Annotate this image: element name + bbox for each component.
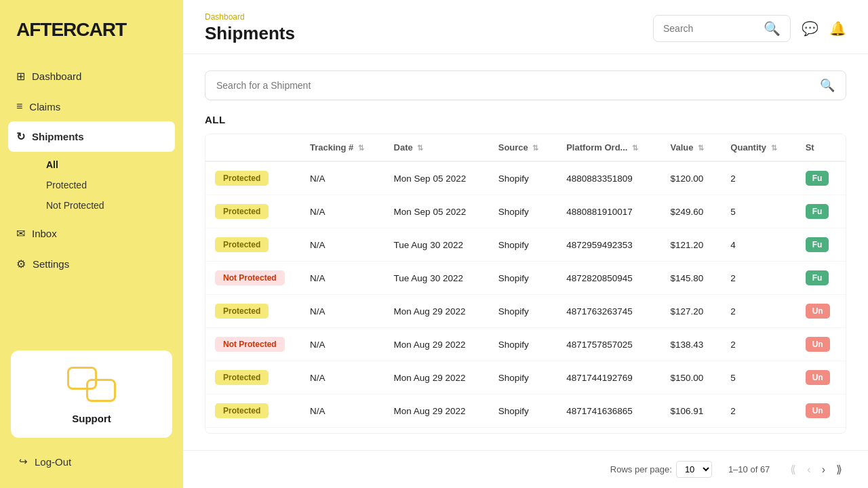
cell-platform-order: 4872820850945 <box>557 262 660 295</box>
table-body: Protected N/A Mon Sep 05 2022 Shopify 48… <box>205 161 846 434</box>
cell-tracking: N/A <box>300 394 384 428</box>
last-page-button[interactable]: ⟫ <box>832 460 846 479</box>
sidebar-item-settings[interactable]: ⚙ Settings <box>0 249 183 279</box>
cell-quantity: 2 <box>721 161 795 195</box>
page-navigation: ⟪ ‹ › ⟫ <box>786 460 846 479</box>
shipments-subnav: All Protected Not Protected <box>0 152 183 218</box>
cell-quantity: 2 <box>721 328 795 361</box>
cell-value: $106.91 <box>661 394 722 428</box>
page-info: 1–10 of 67 <box>728 464 770 474</box>
table-row[interactable]: Protected N/A Mon Sep 05 2022 Shopify 48… <box>205 195 846 228</box>
inbox-icon: ✉ <box>16 227 25 240</box>
cell-protection: Protected <box>205 295 300 328</box>
prev-page-button[interactable]: ‹ <box>803 461 814 479</box>
cell-value: $145.80 <box>661 262 722 295</box>
cell-source: Shopify <box>489 195 557 228</box>
table-row[interactable]: Not Protected N/A Mon Aug 29 2022 Shopif… <box>205 428 846 434</box>
cell-protection: Protected <box>205 361 300 394</box>
rows-per-page-label: Rows per page: <box>610 464 672 474</box>
subnav-not-protected[interactable]: Not Protected <box>38 195 183 216</box>
rows-per-page-select[interactable]: 10 25 50 <box>676 461 712 478</box>
protection-badge: Not Protected <box>215 270 285 285</box>
subnav-all[interactable]: All <box>38 155 183 175</box>
status-badge: Un <box>806 403 830 418</box>
cell-quantity: 2 <box>721 394 795 428</box>
sidebar-bottom: Support ↪ Log-Out <box>0 350 183 474</box>
table-row[interactable]: Protected N/A Mon Sep 05 2022 Shopify 48… <box>205 161 846 195</box>
protection-badge: Protected <box>215 171 269 186</box>
topbar-right: 🔍 💬 🔔 <box>653 15 846 42</box>
sidebar-item-dashboard[interactable]: ⊞ Dashboard <box>0 61 183 92</box>
topbar-left: Dashboard Shipments <box>205 12 295 44</box>
table-row[interactable]: Not Protected N/A Mon Aug 29 2022 Shopif… <box>205 328 846 361</box>
sidebar-item-claims[interactable]: ≡ Claims <box>0 92 183 121</box>
cell-tracking: N/A <box>300 361 384 394</box>
table-row[interactable]: Protected N/A Mon Aug 29 2022 Shopify 48… <box>205 394 846 428</box>
logo: AFTERCART <box>0 0 183 61</box>
next-page-button[interactable]: › <box>818 461 829 479</box>
shipment-search-bar[interactable]: 🔍 <box>205 70 846 100</box>
cell-date: Mon Aug 29 2022 <box>384 361 489 394</box>
table-row[interactable]: Protected N/A Mon Aug 29 2022 Shopify 48… <box>205 295 846 328</box>
col-platform-order[interactable]: Platform Ord... ⇅ <box>557 134 660 161</box>
topbar-search-input[interactable] <box>663 23 758 34</box>
sidebar-item-label: Inbox <box>32 228 57 239</box>
col-date[interactable]: Date ⇅ <box>384 134 489 161</box>
cell-platform-order: 4871763263745 <box>557 295 660 328</box>
logout-button[interactable]: ↪ Log-Out <box>11 449 172 474</box>
first-page-button[interactable]: ⟪ <box>786 460 800 479</box>
shipments-table-wrapper: Tracking # ⇅ Date ⇅ Source ⇅ Platform Or… <box>205 134 846 434</box>
support-label[interactable]: Support <box>72 413 111 424</box>
status-badge: Fu <box>806 204 829 219</box>
cell-source: Shopify <box>489 161 557 195</box>
sidebar-item-inbox[interactable]: ✉ Inbox <box>0 218 183 249</box>
cell-date: Mon Aug 29 2022 <box>384 328 489 361</box>
status-badge: Un <box>806 304 830 319</box>
cell-value: $138.43 <box>661 328 722 361</box>
cell-platform-order: 4880883351809 <box>557 161 660 195</box>
sidebar-nav: ⊞ Dashboard ≡ Claims ↻ Shipments All Pro… <box>0 61 183 279</box>
topbar-search[interactable]: 🔍 <box>653 15 791 42</box>
table-row[interactable]: Protected N/A Mon Aug 29 2022 Shopify 48… <box>205 361 846 394</box>
col-status: St <box>796 134 846 161</box>
cell-value: $79.50 <box>661 428 722 434</box>
sidebar-item-label: Claims <box>29 101 60 113</box>
cell-value: $127.20 <box>661 295 722 328</box>
status-badge: Fu <box>806 171 829 186</box>
cell-value: $120.00 <box>661 161 722 195</box>
subnav-protected[interactable]: Protected <box>38 175 183 195</box>
chat-icon[interactable]: 💬 <box>802 20 818 37</box>
cell-protection: Protected <box>205 195 300 228</box>
cell-date: Mon Sep 05 2022 <box>384 161 489 195</box>
cell-quantity: 2 <box>721 295 795 328</box>
shipments-table: Tracking # ⇅ Date ⇅ Source ⇅ Platform Or… <box>205 134 846 434</box>
table-row[interactable]: Not Protected N/A Tue Aug 30 2022 Shopif… <box>205 262 846 295</box>
col-tracking[interactable]: Tracking # ⇅ <box>300 134 384 161</box>
sidebar-item-shipments[interactable]: ↻ Shipments <box>8 121 175 152</box>
cell-protection: Protected <box>205 161 300 195</box>
support-card: Support <box>11 350 172 438</box>
table-row[interactable]: Protected N/A Tue Aug 30 2022 Shopify 48… <box>205 228 846 262</box>
cell-date: Mon Aug 29 2022 <box>384 428 489 434</box>
cell-date: Tue Aug 30 2022 <box>384 262 489 295</box>
shipment-search-input[interactable] <box>216 80 813 91</box>
cell-value: $150.00 <box>661 361 722 394</box>
pagination-bar: Rows per page: 10 25 50 1–10 of 67 ⟪ ‹ ›… <box>183 450 868 488</box>
cell-protection: Not Protected <box>205 262 300 295</box>
col-value[interactable]: Value ⇅ <box>661 134 722 161</box>
cell-platform-order: 4871757857025 <box>557 328 660 361</box>
cell-source: Shopify <box>489 361 557 394</box>
col-source[interactable]: Source ⇅ <box>489 134 557 161</box>
cell-date: Tue Aug 30 2022 <box>384 228 489 262</box>
cell-date: Mon Aug 29 2022 <box>384 295 489 328</box>
chat-bubble-2 <box>86 379 116 402</box>
cell-tracking: N/A <box>300 195 384 228</box>
main-content: Dashboard Shipments 🔍 💬 🔔 🔍 ALL <box>183 0 868 488</box>
status-badge: Un <box>806 337 830 352</box>
cell-status: Fu <box>796 262 846 295</box>
bell-icon[interactable]: 🔔 <box>829 20 846 37</box>
cell-value: $121.20 <box>661 228 722 262</box>
cell-protection: Protected <box>205 228 300 262</box>
col-quantity[interactable]: Quantity ⇅ <box>721 134 795 161</box>
cell-platform-order: 4872959492353 <box>557 228 660 262</box>
